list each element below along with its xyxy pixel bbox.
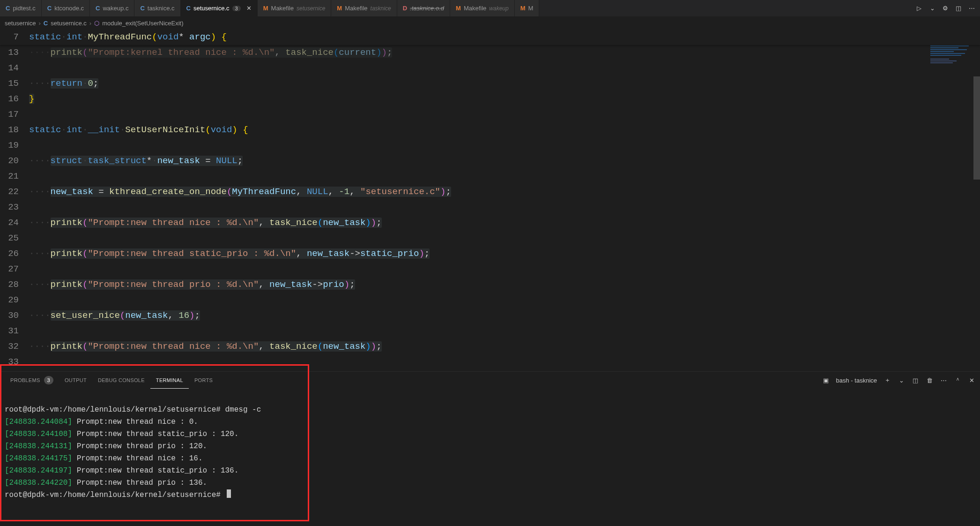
run-icon[interactable]: ▷	[915, 5, 923, 12]
code-editor[interactable]: 7 static·int·MyThreadFunc(void* argc) { …	[0, 30, 980, 371]
tab-makefile-tasknice[interactable]: MMakefiletasknice	[331, 0, 397, 16]
line-number: 22	[0, 184, 27, 200]
tab-label: wakeup.c	[103, 5, 128, 12]
line-number: 29	[0, 293, 27, 308]
tab-wakeup[interactable]: Cwakeup.c	[90, 0, 134, 16]
tab-ktconode[interactable]: Cktconode.c	[42, 0, 90, 16]
close-icon[interactable]: ✕	[246, 5, 252, 12]
panel-tabs: Problems3 Output Debug Console Terminal …	[0, 372, 980, 389]
line-number: 16	[0, 91, 27, 107]
chevron-right-icon: ›	[38, 20, 40, 27]
line-number: 7	[0, 30, 27, 45]
trash-icon[interactable]: 🗑	[926, 376, 933, 384]
line-number: 24	[0, 215, 27, 231]
terminal-shell-label[interactable]: bash - tasknice	[836, 377, 877, 384]
chevron-down-icon[interactable]: ⌄	[928, 5, 936, 12]
panel-tab-problems[interactable]: Problems3	[5, 372, 59, 389]
line-number: 31	[0, 323, 27, 339]
split-editor-icon[interactable]: ◫	[955, 5, 962, 12]
line-number: 19	[0, 138, 27, 153]
panel-tab-ports[interactable]: Ports	[189, 372, 218, 389]
tab-tasknice[interactable]: Ctasknice.c	[134, 0, 180, 16]
tab-setusernice[interactable]: C setusernice.c 3 ✕	[181, 0, 258, 16]
close-panel-icon[interactable]: ✕	[968, 376, 975, 384]
code-line: ····printk("Prompt:new thread static_pri…	[27, 246, 980, 262]
chevron-up-icon[interactable]: ＾	[954, 376, 961, 384]
line-number: 27	[0, 262, 27, 277]
line-number: 23	[0, 200, 27, 215]
editor-tabs-bar: Cpidtest.c Cktconode.c Cwakeup.c Ctaskni…	[0, 0, 980, 16]
terminal-output[interactable]: root@dpdk-vm:/home/lennlouis/kernel/setu…	[0, 389, 980, 523]
panel-tab-debug-console[interactable]: Debug Console	[92, 372, 150, 389]
code-line: ····struct·task_struct*·new_task = NULL;	[27, 153, 980, 169]
tab-truncated[interactable]: MM	[515, 0, 540, 16]
code-line	[27, 200, 980, 215]
code-line: ····printk("Prompt:new thread nice : %d.…	[27, 339, 980, 354]
d-file-icon: D	[403, 5, 407, 12]
line-number: 15	[0, 76, 27, 91]
code-line	[27, 231, 980, 246]
terminal-profile-icon[interactable]: ▣	[822, 376, 830, 384]
line-number: 28	[0, 277, 27, 293]
sticky-scroll[interactable]: 7 static·int·MyThreadFunc(void* argc) {	[0, 30, 980, 45]
tab-makefile-setusernice[interactable]: MMakefilesetusernice	[258, 0, 332, 16]
tab-pidtest[interactable]: Cpidtest.c	[0, 0, 42, 16]
tab-tasknice-o-d[interactable]: D.tasknice.o.d	[397, 0, 450, 16]
code-line	[27, 138, 980, 153]
minimap[interactable]	[928, 30, 973, 371]
code-line	[27, 293, 980, 308]
code-line: static·int·__init·SetUserNiceInit(void) …	[27, 122, 980, 138]
more-icon[interactable]: ⋯	[968, 5, 975, 12]
line-number: 32	[0, 339, 27, 354]
line-number: 25	[0, 231, 27, 246]
terminal-cursor	[227, 489, 231, 498]
chevron-down-icon[interactable]: ⌄	[898, 376, 905, 384]
tab-label: Makefile	[345, 5, 367, 12]
terminal-line: [248838.244197] Prompt:new thread static…	[5, 466, 238, 475]
line-number: 26	[0, 246, 27, 262]
tab-dir: tasknice	[371, 5, 391, 12]
breadcrumb-item[interactable]: setusernice.c	[51, 20, 87, 27]
tab-label: ktconode.c	[54, 5, 84, 12]
tab-label: Makefile	[464, 5, 486, 12]
problems-badge: 3	[232, 6, 241, 11]
code-line	[27, 262, 980, 277]
code-line: ····new_task = kthread_create_on_node(My…	[27, 184, 980, 200]
makefile-icon: M	[520, 5, 526, 12]
terminal-line: root@dpdk-vm:/home/lennlouis/kernel/setu…	[5, 406, 261, 414]
gear-icon[interactable]: ⚙	[942, 5, 949, 12]
panel-actions: ▣ bash - tasknice ＋ ⌄ ◫ 🗑 ⋯ ＾ ✕	[822, 376, 975, 384]
line-number: 13	[0, 45, 27, 60]
vertical-scrollbar[interactable]	[973, 30, 980, 371]
new-terminal-icon[interactable]: ＋	[883, 376, 891, 384]
line-number: 17	[0, 107, 27, 122]
problems-count: 3	[44, 376, 53, 384]
editor-body[interactable]: 13 ····printk("Prompt:kernel thread nice…	[0, 45, 980, 371]
c-file-icon: C	[96, 5, 100, 12]
tab-label: tasknice.c	[148, 5, 175, 12]
code-line	[27, 107, 980, 122]
code-line: ····printk("Prompt:new thread nice : %d.…	[27, 215, 980, 231]
line-number: 18	[0, 122, 27, 138]
code-line: ····return·0;	[27, 76, 980, 91]
makefile-icon: M	[337, 5, 342, 12]
c-file-icon: C	[140, 5, 144, 12]
code-line: ····printk("Prompt:new thread prio : %d.…	[27, 277, 980, 293]
terminal-line: [248838.244084] Prompt:new thread nice :…	[5, 418, 198, 426]
breadcrumb[interactable]: setusernice › C setusernice.c › ⬡ module…	[0, 16, 980, 30]
split-terminal-icon[interactable]: ◫	[912, 376, 919, 384]
panel-tab-output[interactable]: Output	[59, 372, 92, 389]
code-line	[27, 354, 980, 370]
breadcrumb-item[interactable]: module_exit(SetUserNiceExit)	[102, 20, 183, 27]
tab-makefile-wakeup[interactable]: MMakefilewakeup	[450, 0, 515, 16]
panel-tab-terminal[interactable]: Terminal	[150, 372, 189, 389]
terminal-line: [248838.244220] Prompt:new thread prio :…	[5, 479, 207, 487]
code-line: }	[27, 91, 980, 107]
more-icon[interactable]: ⋯	[940, 376, 947, 384]
chevron-right-icon: ›	[89, 20, 91, 27]
terminal-line: [248838.244175] Prompt:new thread nice :…	[5, 454, 202, 463]
code-line	[27, 323, 980, 339]
breadcrumb-item[interactable]: setusernice	[5, 20, 36, 27]
symbol-icon: ⬡	[94, 20, 99, 27]
c-file-icon: C	[186, 5, 191, 12]
